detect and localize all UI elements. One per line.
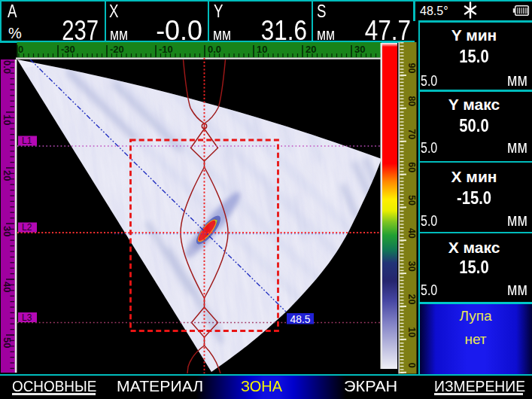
svg-text:L3: L3 [22,312,32,323]
svg-text:0.0: 0.0 [2,60,13,74]
svg-text:L2: L2 [22,222,32,233]
svg-text:50: 50 [2,337,13,348]
svg-text:-30: -30 [61,44,75,55]
svg-text:40: 40 [2,282,13,292]
svg-text:80: 80 [406,96,417,106]
svg-text:20: 20 [406,294,417,305]
svg-text:30: 30 [406,261,417,272]
svg-text:-20: -20 [110,44,124,55]
svg-text:10: 10 [406,327,417,337]
svg-text:0: 0 [406,363,417,368]
svg-text:50: 50 [406,195,417,206]
svg-text:60: 60 [406,162,417,172]
svg-text:30: 30 [2,226,13,236]
svg-text:90: 90 [406,63,417,74]
svg-text:-10: -10 [159,44,173,55]
svg-text:0.0: 0.0 [208,44,221,55]
svg-text:10: 10 [2,114,13,125]
svg-text:20: 20 [306,44,316,55]
svg-text:30: 30 [354,44,365,55]
svg-text:48.5: 48.5 [290,314,311,325]
svg-text:L1: L1 [22,136,32,146]
svg-text:70: 70 [406,129,417,139]
svg-text:0: 0 [18,44,23,55]
svg-text:20: 20 [2,170,13,181]
svg-text:10: 10 [257,44,267,55]
svg-text:40: 40 [406,228,417,239]
